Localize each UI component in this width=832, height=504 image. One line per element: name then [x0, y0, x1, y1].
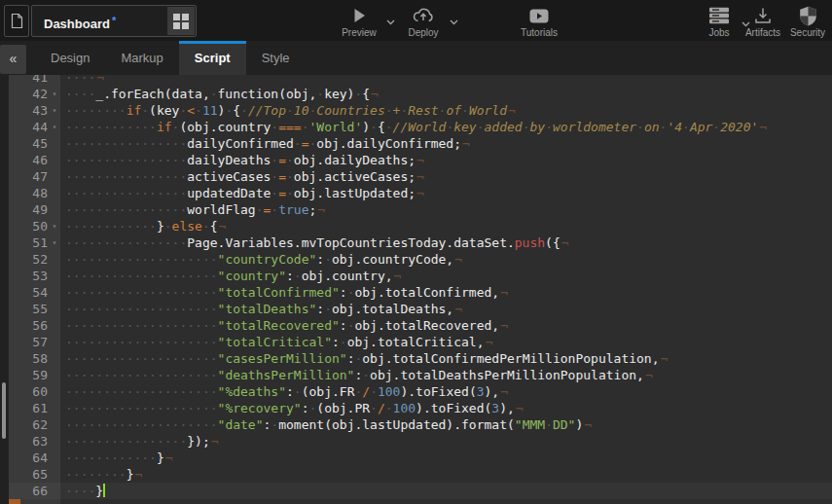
collapse-sidebar-button[interactable]: «	[0, 45, 26, 74]
tab-label: Script	[195, 51, 231, 65]
code-line[interactable]: 46················dailyDeaths·=·obj.dail…	[9, 152, 832, 168]
fold-toggle-icon[interactable]: ▾	[50, 218, 59, 234]
deploy-button[interactable]: Deploy	[399, 6, 448, 38]
line-number: 55	[9, 301, 50, 317]
cloud-upload-icon	[411, 6, 436, 25]
security-button[interactable]: Security	[784, 6, 831, 38]
document-icon	[11, 13, 23, 29]
chevron-down-icon[interactable]	[386, 19, 395, 25]
page-selector[interactable]: Dashboard*	[31, 5, 197, 37]
jobs-button[interactable]: Jobs	[700, 6, 739, 38]
security-label: Security	[790, 27, 825, 38]
page-doc-button[interactable]	[4, 5, 29, 37]
fold-toggle-icon[interactable]: ▾	[50, 86, 59, 102]
code-line[interactable]: 66····}	[9, 483, 832, 499]
line-number: 58	[9, 350, 50, 367]
tutorials-label: Tutorials	[521, 27, 558, 38]
line-number: 45	[9, 135, 50, 152]
unsaved-marker: *	[112, 15, 116, 26]
line-number: 59	[9, 367, 50, 383]
code-line[interactable]: 42▾····_.forEach(data,·function(obj,·key…	[9, 86, 832, 102]
code-lines: 41····¬42▾····_.forEach(data,·function(o…	[9, 75, 832, 499]
code-text: ············if·(obj.country·===·'World')…	[59, 119, 832, 135]
page-grid-button[interactable]	[167, 7, 195, 35]
tab-label: Markup	[121, 51, 163, 65]
line-number: 63	[9, 433, 50, 450]
fold-spacer	[50, 466, 59, 483]
code-text: ····¬	[59, 75, 832, 86]
fold-spacer	[50, 185, 59, 201]
fold-spacer	[50, 416, 59, 433]
code-text: ····················"totalDeaths":·obj.t…	[59, 301, 832, 317]
code-line[interactable]: 49················worldFlag·=·true;¬	[9, 201, 832, 218]
script-code-editor[interactable]: 41····¬42▾····_.forEach(data,·function(o…	[0, 75, 832, 504]
shield-icon	[799, 6, 817, 25]
code-line[interactable]: 65········}¬	[9, 466, 832, 483]
fold-toggle-icon[interactable]: ▾	[50, 102, 59, 119]
code-text: ················updatedDate·=·obj.lastUp…	[59, 185, 832, 201]
code-text: ····}	[59, 483, 832, 499]
code-line[interactable]: 44▾············if·(obj.country·===·'Worl…	[9, 119, 832, 135]
scrollbar-thumb[interactable]	[2, 382, 6, 439]
preview-button[interactable]: Preview	[334, 6, 384, 38]
tab-design[interactable]: Design	[35, 41, 105, 75]
tab-label: Design	[51, 51, 90, 65]
deploy-label: Deploy	[408, 27, 438, 38]
code-text: ····················"casesPerMillion":·o…	[59, 350, 832, 367]
code-line[interactable]: 62····················"date":·moment(obj…	[9, 416, 832, 433]
line-number: 65	[9, 466, 50, 483]
code-line[interactable]: 48················updatedDate·=·obj.last…	[9, 185, 832, 201]
line-number: 62	[9, 416, 50, 433]
code-text: ····················"%deaths":·(obj.FR·/…	[59, 383, 832, 400]
code-line[interactable]: 45················dailyConfirmed·=·obj.d…	[9, 135, 832, 152]
line-number: 42	[9, 86, 50, 102]
code-line[interactable]: 56····················"totalRecovered":·…	[9, 317, 832, 334]
code-line[interactable]: 43▾········if·(key·<·11)·{·//Top·10·Coun…	[9, 102, 832, 119]
line-number: 54	[9, 284, 50, 301]
code-line[interactable]: 51▾················Page.Variables.mvTopC…	[9, 234, 832, 251]
code-line[interactable]: 57····················"totalCritical":·o…	[9, 334, 832, 350]
fold-spacer	[50, 251, 59, 268]
code-text: ············}·else·{¬	[59, 218, 832, 234]
artifacts-label: Artifacts	[745, 27, 780, 38]
code-line[interactable]: 63················});¬	[9, 433, 832, 450]
code-text: ····················"countryCode":·obj.c…	[59, 251, 832, 268]
tab-markup[interactable]: Markup	[105, 41, 178, 75]
code-text: ········}¬	[59, 466, 832, 483]
fold-spacer	[50, 400, 59, 416]
fold-spacer	[50, 152, 59, 168]
code-line[interactable]: 60····················"%deaths":·(obj.FR…	[9, 383, 832, 400]
play-icon	[352, 6, 367, 25]
fold-spacer	[50, 268, 59, 284]
fold-spacer	[50, 201, 59, 218]
code-text: ····················"deathsPerMillion":·…	[59, 367, 832, 383]
line-number: 56	[9, 317, 50, 334]
line-number: 57	[9, 334, 50, 350]
code-line[interactable]: 64············}¬	[9, 450, 832, 466]
code-text: ················Page.Variables.mvTopCoun…	[59, 234, 832, 251]
tabs: Design Markup Script Style	[35, 41, 306, 75]
tab-style[interactable]: Style	[246, 41, 306, 75]
server-stack-icon	[708, 6, 730, 25]
line-number: 66	[9, 483, 50, 499]
fold-toggle-icon[interactable]: ▾	[50, 119, 59, 135]
code-line[interactable]: 54····················"totalConfirmed":·…	[9, 284, 832, 301]
code-line[interactable]: 50▾············}·else·{¬	[9, 218, 832, 234]
code-line[interactable]: 59····················"deathsPerMillion"…	[9, 367, 832, 383]
code-line[interactable]: 61····················"%recovery":·(obj.…	[9, 400, 832, 416]
line-number: 43	[9, 102, 50, 119]
fold-spacer	[50, 301, 59, 317]
code-text: ············}¬	[59, 450, 832, 466]
code-line[interactable]: 41····¬	[9, 75, 832, 86]
line-number: 48	[9, 185, 50, 201]
code-line[interactable]: 52····················"countryCode":·obj…	[9, 251, 832, 268]
code-line[interactable]: 47················activeCases·=·obj.acti…	[9, 168, 832, 185]
fold-toggle-icon[interactable]: ▾	[50, 234, 59, 251]
tab-script[interactable]: Script	[179, 41, 246, 75]
tutorials-button[interactable]: Tutorials	[512, 6, 566, 38]
code-line[interactable]: 53····················"country":·obj.cou…	[9, 268, 832, 284]
chevron-down-icon[interactable]	[450, 19, 458, 25]
code-line[interactable]: 55····················"totalDeaths":·obj…	[9, 301, 832, 317]
code-line[interactable]: 58····················"casesPerMillion":…	[9, 350, 832, 367]
artifacts-button[interactable]: Artifacts	[738, 6, 788, 38]
